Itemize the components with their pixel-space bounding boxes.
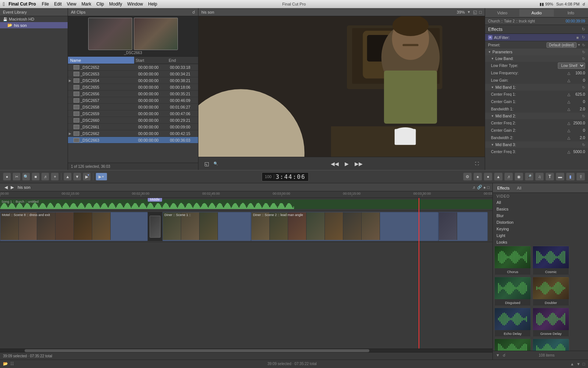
menu-help[interactable]: Help: [148, 1, 157, 7]
effects-cat-light[interactable]: Light: [493, 232, 588, 239]
timeline-fullscreen-icon[interactable]: □: [487, 185, 490, 190]
center-freq-1-knob[interactable]: △: [567, 92, 570, 96]
effects-cat-blur[interactable]: Blur: [493, 212, 588, 219]
low-band-reset[interactable]: ↻: [582, 57, 585, 61]
tab-audio[interactable]: Audio: [519, 9, 553, 17]
center-freq-3-knob[interactable]: △: [567, 150, 570, 154]
tool-generator[interactable]: ▬: [556, 173, 564, 181]
menu-modify[interactable]: Modify: [109, 1, 122, 7]
tool-select[interactable]: ●: [3, 173, 11, 181]
effects-cat-distortion-video[interactable]: Distortion: [493, 219, 588, 226]
effect-thumb-doubler[interactable]: Doubler: [533, 277, 569, 306]
clip-row[interactable]: _DSC2661 00:00:00:00 00:00:09:00: [68, 124, 198, 130]
preset-selector[interactable]: Default (edited): [546, 42, 577, 48]
viewer-zoom-out-btn[interactable]: 🔍: [212, 161, 219, 166]
col-end-header[interactable]: End: [167, 58, 197, 63]
menu-mark[interactable]: Mark: [82, 1, 92, 7]
effect-thumb-helium[interactable]: Helium: [494, 339, 531, 351]
low-freq-knob[interactable]: △: [567, 71, 570, 75]
effect-thumb-large-room[interactable]: Large Room: [533, 339, 569, 351]
video-clip-4[interactable]: [438, 212, 488, 241]
clip-row[interactable]: _DSC2656 00:00:00:00 00:00:35:21: [68, 91, 198, 97]
clip-row[interactable]: _DSC2660 00:00:00:00 00:00:29:21: [68, 117, 198, 124]
apple-menu[interactable]: : [3, 1, 5, 7]
bottom-expand-icon[interactable]: □: [582, 362, 585, 366]
aufilter-expand-icon[interactable]: ■: [576, 35, 579, 40]
col-start-header[interactable]: Start: [134, 58, 167, 63]
effects-refresh-icon[interactable]: ↻: [582, 27, 585, 32]
effects-cat-keying[interactable]: Keying: [493, 226, 588, 232]
effect-thumb-chorus[interactable]: Chorus: [494, 246, 531, 275]
low-filter-type-select[interactable]: Low Shelf: [558, 63, 585, 69]
tool-audio-skimmer[interactable]: ♬: [504, 173, 513, 181]
effect-thumb-groove-delay[interactable]: Groove Delay: [533, 308, 569, 337]
menu-window[interactable]: Window: [127, 1, 143, 7]
scrollbar-thumb[interactable]: [25, 349, 369, 352]
mid-band-3-reset[interactable]: ↻: [582, 143, 585, 147]
tool-settings[interactable]: ⚙: [463, 173, 472, 181]
bottom-event-icon[interactable]: 📂: [3, 361, 8, 366]
tool-snap[interactable]: ♠: [473, 173, 482, 181]
audio-clip[interactable]: Song 1 :: Burch :: untitled: [0, 199, 492, 209]
clip-row[interactable]: _DSC2663 00:00:00:00 00:00:36:03: [68, 137, 198, 144]
clips-search-icon[interactable]: ☌: [192, 10, 195, 15]
timeline-back-btn[interactable]: ◀: [3, 185, 9, 190]
effect-thumb-cosmic[interactable]: Cosmic: [533, 246, 569, 275]
tool-skimmer[interactable]: ▲: [494, 173, 503, 181]
menu-view[interactable]: View: [67, 1, 76, 7]
preset-arrow[interactable]: ▼: [577, 43, 581, 47]
clip-row[interactable]: _DSC2658 00:00:00:00 00:01:06:27: [68, 104, 198, 110]
clip-row[interactable]: _DSC2659 00:00:00:00 00:00:47:06: [68, 110, 198, 117]
timeline-audio-icon[interactable]: ♬: [472, 185, 475, 190]
viewer-fullscreen-icon[interactable]: □: [479, 10, 482, 15]
clip-row[interactable]: _DSC2657 00:00:00:00 00:00:46:09: [68, 97, 198, 104]
tool-pointer[interactable]: ▶ ▼: [96, 173, 107, 181]
viewer-fastforward-btn[interactable]: ▶▶: [353, 160, 364, 167]
clip-row[interactable]: _DSC2653 00:00:00:00 00:00:34:21: [68, 71, 198, 77]
bottom-view-icon-1[interactable]: ▲: [570, 362, 574, 366]
clip-expand-arrow[interactable]: ▶: [68, 132, 72, 135]
tool-clip-connections[interactable]: ●: [484, 173, 492, 181]
tool-voiceover[interactable]: 🎤: [525, 173, 534, 181]
viewer-play-btn[interactable]: ▶: [343, 160, 350, 167]
viewer-fit-btn[interactable]: ◱: [203, 160, 211, 167]
tool-zoom[interactable]: 🔍: [22, 173, 30, 181]
tab-info[interactable]: Info: [554, 9, 588, 17]
clip-row[interactable]: _DSC2655 00:00:00:00 00:00:18:06: [68, 84, 198, 91]
clip-row[interactable]: ▶ _DSC2654 00:00:00:00 00:00:38:21: [68, 77, 198, 84]
tool-add-audio[interactable]: ▲: [64, 173, 72, 181]
effects-tab-all[interactable]: All: [515, 185, 523, 191]
parameters-reset[interactable]: ↻: [582, 50, 585, 54]
aufilter-reset-icon[interactable]: ↻: [582, 35, 585, 40]
center-gain-1-knob[interactable]: △: [567, 100, 570, 104]
tab-video[interactable]: Video: [485, 9, 519, 17]
tool-overwrite[interactable]: ▼: [73, 173, 81, 181]
center-freq-2-knob[interactable]: △: [567, 121, 570, 125]
center-gain-2-knob[interactable]: △: [567, 128, 570, 132]
search-icon[interactable]: ☌: [582, 2, 585, 7]
low-gain-knob[interactable]: △: [567, 78, 570, 82]
video-clip-2[interactable]: Diner :: Scene 1 ::: [162, 212, 251, 241]
viewer-expand-btn[interactable]: ⛶: [474, 161, 480, 166]
tool-transition[interactable]: ▮: [566, 173, 575, 181]
viewer-zoom-icon[interactable]: ▼: [467, 10, 471, 14]
col-name-header[interactable]: Name: [68, 57, 134, 64]
bottom-view-icon-2[interactable]: ▼: [576, 362, 580, 366]
timeline-scrollbar-h[interactable]: [0, 348, 492, 352]
tool-title[interactable]: T: [545, 173, 554, 181]
menu-clip[interactable]: Clip: [96, 1, 104, 7]
clip-row[interactable]: ▶ _DSC2662 00:00:00:00 00:00:42:15: [68, 130, 198, 137]
tool-blade[interactable]: ✂: [12, 173, 21, 181]
bandwidth-2-knob[interactable]: △: [567, 136, 570, 140]
mid-band-2-section[interactable]: ▼ Mid Band 2: ↻: [485, 113, 588, 119]
effect-thumb-disguised[interactable]: Disguised: [494, 277, 531, 306]
tool-connect[interactable]: ▼ ▶: [83, 173, 91, 181]
tool-group1[interactable]: ■: [32, 173, 40, 181]
menu-file[interactable]: File: [42, 1, 49, 7]
low-band-section[interactable]: ▼ Low Band: ↻: [485, 55, 588, 62]
effects-add-icon[interactable]: ▼: [496, 353, 500, 357]
drive-item[interactable]: 💾 Macintosh HD: [0, 16, 68, 22]
clip-row[interactable]: _DSC2652 00:00:00:00 00:00:33:18: [68, 64, 198, 71]
timeline-snap-icon[interactable]: ♠: [484, 185, 486, 190]
viewer-fit-icon[interactable]: ◱: [473, 10, 477, 15]
